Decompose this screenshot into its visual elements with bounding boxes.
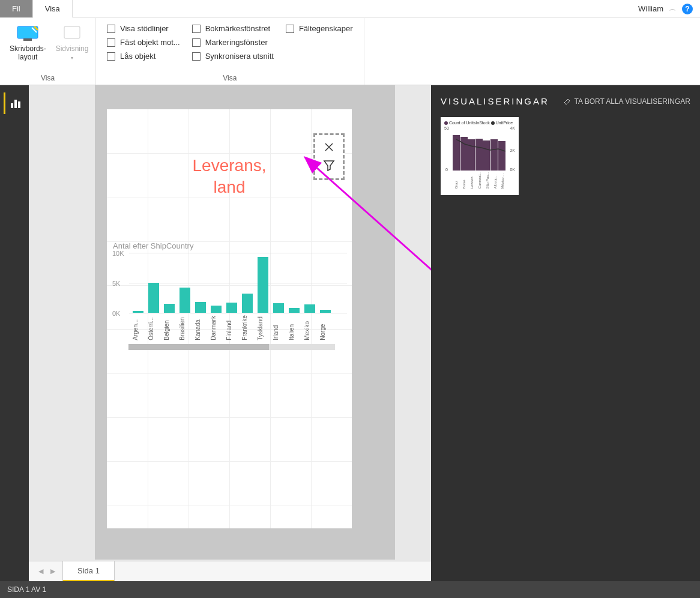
chart-bar[interactable]: [289, 308, 300, 313]
thumb-xlabel: México ...: [501, 172, 504, 189]
titlebar: Fil Visa William ︿ ?: [0, 0, 700, 18]
status-text: SIDA 1 AV 1: [7, 585, 46, 594]
chk-las[interactable]: Lås objekt: [107, 52, 180, 61]
chart-xlabel: Danmark: [210, 315, 221, 340]
page-tabs: ◀ ▶ Sida 1: [29, 561, 431, 581]
chart-xlabel: Argen...: [132, 315, 143, 340]
svg-rect-1: [23, 38, 32, 41]
thumb-xlabel: Cunewal...: [478, 172, 481, 189]
chk-stodlinjer[interactable]: Visa stödlinjer: [107, 24, 180, 33]
tab-visa[interactable]: Visa: [33, 0, 73, 18]
thumb-xlabel: São Pau...: [486, 172, 489, 189]
tab-fil[interactable]: Fil: [0, 0, 33, 17]
chart-xlabel: Tyskland: [257, 315, 268, 340]
chart-bar[interactable]: [304, 304, 315, 313]
filter-visual-button[interactable]: [313, 133, 345, 180]
left-rail: [0, 85, 29, 581]
thumb-xlabel: Graz: [454, 172, 458, 189]
ribbon-group-label-2: Visa: [102, 74, 358, 83]
chart-bar[interactable]: [320, 310, 331, 313]
chart-xlabel: Mexiko: [304, 315, 315, 340]
desktop-layout-icon: [15, 24, 40, 43]
funnel-icon[interactable]: [322, 159, 336, 172]
ytick: 10K: [112, 250, 124, 257]
report-view-icon[interactable]: [4, 92, 25, 114]
chart-bar[interactable]: [242, 294, 253, 313]
skrivbordslayout-label: Skrivbords- layout: [10, 44, 46, 62]
chart-xlabel: Italien: [288, 315, 299, 340]
chk-faltegenskaper[interactable]: Fältegenskaper: [286, 24, 353, 33]
help-icon[interactable]: ?: [682, 4, 693, 14]
page-view-icon: [59, 24, 85, 43]
sidvisning-button[interactable]: Sidvisning ▾: [52, 22, 92, 64]
chart-bar[interactable]: [148, 283, 159, 313]
chk-bokmarkes[interactable]: Bokmärkesfönstret: [192, 24, 274, 33]
chart-bar[interactable]: [164, 304, 175, 313]
svg-rect-4: [14, 100, 17, 108]
visual-thumbnail[interactable]: Count of UnitsInStock UnitPrice 50 0 4K …: [441, 117, 519, 195]
panel-title: VISUALISERINGAR: [441, 96, 549, 106]
collapse-caret-icon[interactable]: ︿: [669, 4, 676, 13]
close-icon[interactable]: [324, 142, 334, 153]
sidvisning-label: Sidvisning ▾: [56, 44, 89, 62]
thumb-xlabel: Boise: [462, 172, 466, 189]
chart-title: Antal efter ShipCountry: [112, 241, 347, 250]
chart-xlabel: Brasilien: [179, 315, 190, 340]
ytick: 0K: [112, 310, 120, 317]
ribbon: Skrivbords- layout Sidvisning ▾ Visa Vis…: [0, 18, 700, 85]
user-label: William: [638, 4, 663, 13]
chart-bar[interactable]: [273, 303, 284, 313]
eraser-icon: [563, 97, 571, 106]
chart-xlabel: Belgien: [163, 315, 174, 340]
chart-visual[interactable]: Antal efter ShipCountry 10K 5K 0K Argen.…: [112, 241, 347, 361]
page-tab-1[interactable]: Sida 1: [62, 561, 115, 582]
clear-all-button[interactable]: TA BORT ALLA VISUALISERINGAR: [563, 97, 690, 106]
chk-markering[interactable]: Markeringsfönster: [192, 38, 274, 47]
statusbar: SIDA 1 AV 1: [0, 581, 700, 598]
chart-plot: 10K 5K 0K: [128, 253, 347, 313]
chart-xlabel: Norge: [319, 315, 330, 340]
chart-bar[interactable]: [211, 306, 222, 313]
ribbon-group-label-1: Visa: [6, 74, 89, 83]
chk-fast[interactable]: Fäst objekt mot...: [107, 38, 180, 47]
chart-xlabel: Finland: [226, 315, 237, 340]
svg-rect-2: [64, 26, 80, 38]
page-prev-icon[interactable]: ◀: [35, 566, 47, 578]
visual-title: Leverans, land: [193, 155, 267, 199]
ytick: 5K: [112, 280, 120, 287]
thumb-legend: Count of UnitsInStock UnitPrice: [444, 121, 515, 125]
chart-bar[interactable]: [226, 303, 237, 313]
chart-bar[interactable]: [180, 288, 190, 313]
chk-synkronisera[interactable]: Synkronisera utsnitt: [192, 52, 274, 61]
chart-xlabel: Frankrike: [241, 315, 252, 340]
chart-xlabel: Österri...: [148, 315, 158, 340]
svg-rect-3: [11, 103, 13, 108]
chart-bar[interactable]: [258, 257, 268, 313]
svg-rect-5: [18, 101, 20, 108]
phone-canvas[interactable]: Leverans, land Antal efter ShipCountry 1…: [107, 109, 352, 528]
thumb-xlabel: London: [470, 172, 474, 189]
chart-bar[interactable]: [195, 302, 206, 313]
chart-xlabel: Irland: [273, 315, 283, 340]
chart-scrollbar[interactable]: [128, 344, 335, 350]
chart-xlabel: Kanada: [195, 315, 205, 340]
chart-bar[interactable]: [133, 311, 143, 313]
thumb-xlabel: Albuqu...: [493, 172, 497, 189]
page-next-icon[interactable]: ▶: [47, 566, 59, 578]
canvas-area[interactable]: Leverans, land Antal efter ShipCountry 1…: [29, 85, 431, 581]
skrivbordslayout-button[interactable]: Skrivbords- layout: [6, 22, 50, 64]
visualizations-panel: VISUALISERINGAR TA BORT ALLA VISUALISERI…: [431, 85, 700, 581]
main-area: Leverans, land Antal efter ShipCountry 1…: [0, 85, 700, 581]
